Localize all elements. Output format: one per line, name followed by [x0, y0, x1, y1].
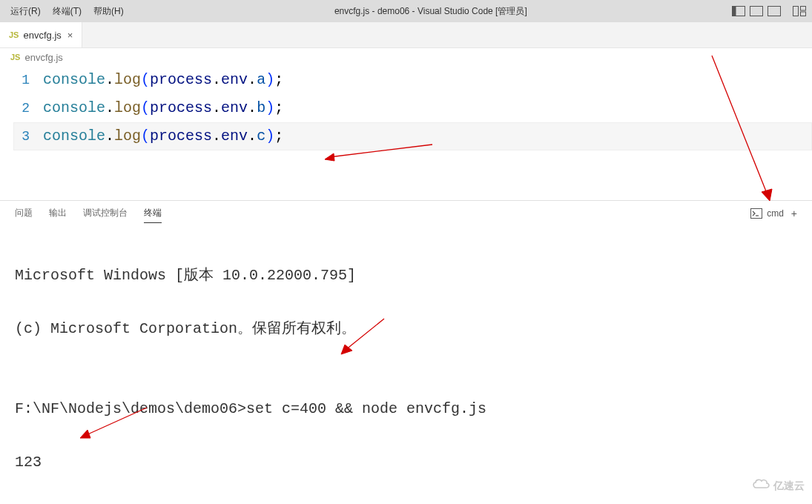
plus-icon[interactable]: + — [788, 208, 797, 219]
js-file-icon: JS — [10, 53, 20, 62]
terminal-shell-name: cmd — [767, 208, 784, 219]
layout-left-icon[interactable] — [732, 6, 745, 16]
code-line[interactable]: 2 console.log(process.env.b); — [13, 94, 812, 122]
menu-help[interactable]: 帮助(H) — [88, 0, 130, 22]
cloud-icon — [751, 473, 770, 500]
terminal-selector[interactable]: cmd + — [750, 208, 797, 219]
menu-run-label: 运行(R) — [10, 6, 41, 16]
tab-envcfg[interactable]: JS envcfg.js × — [0, 22, 82, 47]
bottom-panel-tabs: 问题 输出 调试控制台 终端 cmd + — [0, 200, 812, 225]
editor-tabbar: JS envcfg.js × — [0, 22, 812, 48]
svg-rect-1 — [733, 7, 736, 16]
titlebar-right-icons — [732, 6, 812, 16]
customize-layout-icon[interactable] — [793, 6, 806, 16]
svg-rect-7 — [801, 7, 806, 11]
layout-right-icon[interactable] — [768, 6, 781, 16]
code-line[interactable]: 1 console.log(process.env.a); — [13, 66, 812, 94]
layout-bottom-icon[interactable] — [750, 6, 763, 16]
window-title: envcfg.js - demo06 - Visual Studio Code … — [130, 5, 732, 18]
code-text: console.log(process.env.a); — [43, 66, 283, 94]
svg-marker-10 — [325, 153, 334, 161]
panel-tab-debug[interactable]: 调试控制台 — [83, 204, 128, 222]
menu-help-label: 帮助(H) — [93, 6, 124, 16]
terminal-line: F:\NF\Nodejs\demos\demo06>set c=400 && n… — [15, 396, 797, 422]
svg-marker-18 — [80, 430, 90, 438]
line-number: 3 — [13, 122, 43, 150]
svg-rect-5 — [777, 7, 781, 16]
panel-tab-output[interactable]: 输出 — [49, 204, 67, 222]
annotation-arrow — [304, 292, 392, 396]
watermark-text: 亿速云 — [773, 473, 805, 500]
terminal-line: 123 — [15, 449, 797, 476]
svg-rect-3 — [750, 13, 763, 16]
titlebar: 运行(R) 终端(T) 帮助(H) envcfg.js - demo06 - V… — [0, 0, 812, 22]
svg-rect-8 — [801, 12, 806, 16]
js-file-icon: JS — [9, 30, 19, 39]
watermark: 亿速云 — [751, 473, 805, 500]
editor: JS envcfg.js 1 console.log(process.env.a… — [0, 48, 812, 200]
panel-tab-terminal[interactable]: 终端 — [144, 204, 162, 223]
menu-terminal[interactable]: 终端(T) — [47, 0, 88, 22]
line-number: 1 — [13, 66, 43, 94]
terminal-icon — [750, 208, 762, 219]
terminal-line: Microsoft Windows [版本 10.0.22000.795] — [15, 262, 797, 289]
menu-run[interactable]: 运行(R) — [4, 0, 47, 22]
menu-terminal-label: 终端(T) — [53, 6, 82, 16]
terminal[interactable]: Microsoft Windows [版本 10.0.22000.795] (c… — [0, 225, 812, 504]
menu-bar: 运行(R) 终端(T) 帮助(H) — [0, 0, 130, 22]
tab-label: envcfg.js — [23, 30, 61, 41]
close-icon[interactable]: × — [66, 30, 75, 40]
code-area[interactable]: 1 console.log(process.env.a); 2 console.… — [0, 66, 812, 150]
code-text: console.log(process.env.b); — [43, 94, 283, 122]
terminal-line: (c) Microsoft Corporation。保留所有权利。 — [15, 316, 797, 342]
svg-rect-13 — [751, 208, 762, 218]
code-line[interactable]: 3 console.log(process.env.c); — [13, 122, 812, 150]
code-text: console.log(process.env.c); — [43, 122, 283, 150]
svg-marker-16 — [341, 345, 352, 354]
breadcrumb-file: envcfg.js — [24, 52, 62, 63]
breadcrumb[interactable]: JS envcfg.js — [0, 48, 812, 66]
line-number: 2 — [13, 94, 43, 122]
panel-tab-problems[interactable]: 问题 — [15, 204, 33, 222]
svg-marker-12 — [762, 189, 772, 201]
svg-rect-6 — [793, 7, 799, 16]
